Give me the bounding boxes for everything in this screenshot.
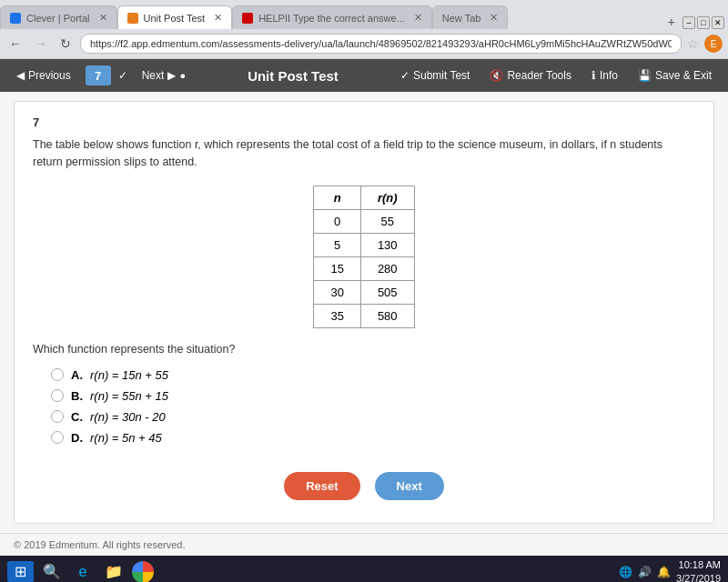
info-icon: ℹ [592, 69, 596, 82]
table-row: 15280 [314, 256, 414, 280]
option-radio-c[interactable] [51, 410, 64, 423]
option-label-a: A. [71, 368, 83, 382]
table-cell-rn: 280 [360, 256, 414, 280]
reader-tools-button[interactable]: 🔇 Reader Tools [482, 65, 579, 85]
table-cell-n: 0 [314, 209, 360, 233]
tab-favicon-clever [10, 13, 21, 24]
tab-new-tab[interactable]: New Tab ✕ [432, 5, 509, 29]
tab-close-helpii[interactable]: ✕ [414, 12, 422, 24]
option-d[interactable]: D.r(n) = 5n + 45 [51, 431, 695, 445]
browser-chrome: Clever | Portal ✕ Unit Post Test ✕ HELPI… [0, 0, 728, 59]
date-display: 3/27/2019 [676, 572, 721, 583]
submit-test-button[interactable]: ✓ Submit Test [393, 65, 477, 85]
forward-button[interactable]: → [31, 35, 51, 53]
refresh-button[interactable]: ↻ [56, 35, 75, 53]
next-toolbar-button[interactable]: Next ▶ ● [135, 65, 193, 85]
option-radio-d[interactable] [51, 431, 64, 444]
option-a[interactable]: A.r(n) = 15n + 55 [51, 368, 695, 382]
profile-avatar[interactable]: E [704, 35, 723, 53]
previous-icon: ◀ [16, 69, 25, 82]
time-display: 10:18 AM [676, 558, 721, 571]
table-cell-n: 5 [314, 233, 360, 256]
tab-label-helpii: HELPII Type the correct answe... [258, 13, 405, 24]
option-b[interactable]: B.r(n) = 55n + 15 [51, 389, 695, 403]
option-label-d: D. [71, 431, 83, 445]
table-cell-rn: 55 [360, 209, 414, 233]
toolbar-title: Unit Post Test [200, 68, 386, 84]
next-icon: ▶ [167, 69, 176, 82]
table-cell-rn: 130 [360, 233, 414, 256]
question-number-badge: 7 [86, 65, 111, 85]
close-button[interactable]: ✕ [712, 16, 724, 29]
next-button[interactable]: Next [375, 472, 444, 500]
table-row: 5130 [314, 233, 414, 256]
question-container: 7 The table below shows function r, whic… [14, 101, 714, 524]
taskbar-time: 10:18 AM 3/27/2019 [676, 558, 721, 582]
table-cell-n: 30 [314, 280, 360, 304]
info-label: Info [600, 69, 618, 82]
col-n-header: n [314, 186, 360, 209]
minimize-button[interactable]: – [682, 16, 695, 29]
option-c[interactable]: C.r(n) = 30n - 20 [51, 410, 695, 424]
option-label-b: B. [71, 389, 83, 403]
save-exit-button[interactable]: 💾 Save & Exit [631, 65, 719, 85]
tab-favicon-unit [127, 13, 138, 24]
previous-button[interactable]: ◀ Previous [9, 65, 78, 85]
table-cell-rn: 505 [360, 280, 414, 304]
option-radio-b[interactable] [51, 389, 64, 402]
tab-close-clever[interactable]: ✕ [99, 12, 107, 24]
content-area: 7 The table below shows function r, whic… [0, 92, 728, 533]
col-rn-header: r(n) [360, 186, 414, 209]
back-button[interactable]: ← [5, 35, 25, 53]
save-exit-label: Save & Exit [655, 69, 712, 82]
footer-text: © 2019 Edmentum. All rights reserved. [14, 539, 185, 550]
options-list: A.r(n) = 15n + 55B.r(n) = 55n + 15C.r(n)… [51, 368, 695, 445]
submit-label: Submit Test [413, 69, 470, 82]
option-text-c: r(n) = 30n - 20 [90, 410, 166, 424]
table-row: 055 [314, 209, 414, 233]
tab-favicon-helpii [242, 13, 253, 24]
data-table: n r(n) 0555130152803050535580 [313, 186, 414, 328]
volume-icon: 🔊 [638, 566, 652, 578]
tab-unit-post-test[interactable]: Unit Post Test ✕ [117, 5, 233, 29]
reader-label: Reader Tools [507, 69, 571, 82]
table-cell-n: 15 [314, 256, 360, 280]
save-icon: 💾 [638, 69, 652, 82]
tab-clever[interactable]: Clever | Portal ✕ [0, 5, 117, 29]
option-text-b: r(n) = 55n + 15 [90, 389, 168, 403]
window-controls: – □ ✕ [682, 16, 728, 29]
taskbar-chrome-icon[interactable] [132, 561, 154, 583]
footer: © 2019 Edmentum. All rights reserved. [0, 533, 728, 556]
which-function-text: Which function represents the situation? [33, 343, 695, 356]
battery-icon: 🔔 [657, 566, 671, 578]
address-bar: ← → ↻ ☆ E [0, 29, 728, 58]
tab-close-unit[interactable]: ✕ [214, 12, 222, 24]
reset-button[interactable]: Reset [284, 472, 359, 500]
taskbar: ⊞ 🔍 e 📁 🌐 🔊 🔔 10:18 AM 3/27/2019 [0, 556, 728, 583]
previous-label: Previous [28, 69, 71, 82]
system-tray: 🌐 🔊 🔔 10:18 AM 3/27/2019 [619, 558, 721, 582]
tab-label-unit: Unit Post Test [144, 13, 206, 24]
submit-icon: ✓ [400, 69, 410, 82]
option-label-c: C. [71, 410, 83, 424]
option-radio-a[interactable] [51, 368, 64, 381]
tab-helpii[interactable]: HELPII Type the correct answe... ✕ [232, 5, 432, 29]
tab-bar: Clever | Portal ✕ Unit Post Test ✕ HELPI… [0, 0, 728, 29]
option-text-a: r(n) = 15n + 55 [90, 368, 168, 382]
tab-label-new: New Tab [442, 13, 481, 24]
next-settings-icon: ● [179, 70, 186, 81]
taskbar-folder-icon[interactable]: 📁 [101, 559, 126, 583]
new-tab-button[interactable]: + [661, 15, 682, 29]
taskbar-edge-icon[interactable]: e [70, 559, 96, 583]
taskbar-search-icon[interactable]: 🔍 [39, 559, 65, 583]
bookmark-icon[interactable]: ☆ [687, 36, 699, 51]
start-button[interactable]: ⊞ [7, 561, 34, 582]
toolbar-right: ✓ Submit Test 🔇 Reader Tools ℹ Info 💾 Sa… [393, 65, 719, 85]
info-button[interactable]: ℹ Info [584, 65, 625, 85]
tab-label-clever: Clever | Portal [26, 13, 90, 24]
app-toolbar: ◀ Previous 7 ✓ Next ▶ ● Unit Post Test ✓… [0, 59, 728, 92]
address-input[interactable] [80, 34, 682, 54]
tab-close-new[interactable]: ✕ [490, 12, 498, 24]
checkmark-icon: ✓ [118, 69, 127, 82]
restore-button[interactable]: □ [697, 16, 710, 29]
